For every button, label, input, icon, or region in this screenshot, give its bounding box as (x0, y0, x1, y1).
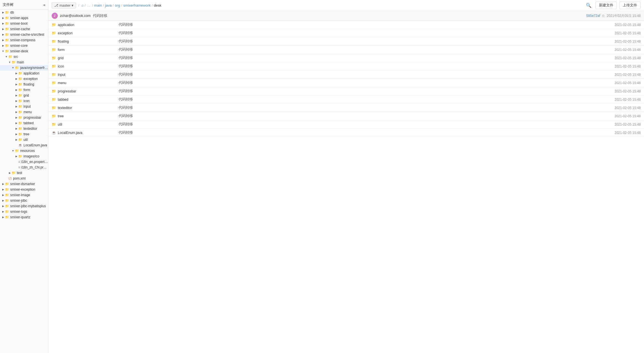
folder-icon: 📁 (5, 44, 9, 48)
tree-node-java-org-smixerframework[interactable]: ▼ 📁 java/org/smixerframework (0, 65, 48, 71)
tree-node-label: smixer-apps (10, 16, 28, 20)
tree-node-smixer-dsmarker[interactable]: ▶ 📁 smixer-dsmarker (0, 181, 48, 187)
breadcrumb-org[interactable]: org (115, 3, 120, 7)
tree-node-smixer-exception[interactable]: ▶ 📁 smixer-exception (0, 187, 48, 192)
tree-node-smixer-desk[interactable]: ▼ 📁 smixer-desk (0, 48, 48, 54)
tree-node-label: db (10, 11, 14, 14)
folder-icon: 📁 (18, 82, 22, 86)
file-row[interactable]: 📁 tabbed 代码转移 2021-02-05 15:48 (48, 95, 644, 104)
tree-node-input[interactable]: ▶ 📁 input (0, 104, 48, 109)
upload-file-button[interactable]: 上传文件 (619, 2, 641, 9)
tree-node-smixer-apps[interactable]: ▶ 📁 smixer-apps (0, 15, 48, 21)
file-row[interactable]: 📁 form 代码转移 2021-02-05 15:48 (48, 46, 644, 54)
breadcrumb: ⌂ / ... / main / java / org / smixerfram… (81, 3, 161, 7)
file-row[interactable]: 📁 grid 代码转移 2021-02-05 15:48 (48, 54, 644, 62)
tree-node-icon[interactable]: ▶ 📁 icon (0, 98, 48, 104)
tree-node-label: texteditor (23, 127, 37, 131)
folder-icon: 📁 (5, 210, 9, 214)
tree-arrow: ▶ (14, 116, 18, 119)
tree-node-pom-xml[interactable]: ⟨/⟩ pom.xml (0, 176, 48, 181)
tree-node-tree[interactable]: ▶ 📁 tree (0, 131, 48, 137)
tree-node-label: test (17, 171, 22, 175)
breadcrumb-smixerframework[interactable]: smixerframework (123, 3, 151, 7)
file-commit-msg: 代码转移 (119, 81, 614, 85)
tree-node-smixer-jdbc[interactable]: ▶ 📁 smixer-jdbc (0, 198, 48, 203)
tree-node-label: images/ico (23, 154, 39, 158)
tree-node-smixer-boot[interactable]: ▶ 📁 smixer-boot (0, 21, 48, 26)
tree-node-test[interactable]: ▶ 📁 test (0, 170, 48, 176)
tree-node-menu[interactable]: ▶ 📁 menu (0, 109, 48, 115)
tree-node-smixer-quartz[interactable]: ▶ 📁 smixer-quartz (0, 214, 48, 220)
tree-arrow: ▶ (1, 183, 5, 185)
folder-icon: 📁 (5, 199, 9, 203)
tree-node-db[interactable]: ▶ 📁 db (0, 10, 48, 15)
tree-node-resources[interactable]: ▼ 📁 resources (0, 148, 48, 154)
file-row[interactable]: 📁 menu 代码转移 2021-02-05 15:48 (48, 79, 644, 87)
home-icon[interactable]: ⌂ (81, 3, 83, 7)
commit-hash[interactable]: 585e72af (586, 14, 600, 18)
file-row[interactable]: ☕ LocalEnum.java 代码转移 2021-02-05 15:48 (48, 129, 644, 137)
tree-node-label: icon (23, 99, 30, 103)
tree-node-texteditor[interactable]: ▶ 📁 texteditor (0, 126, 48, 131)
tree-arrow: ▶ (1, 22, 5, 25)
file-row[interactable]: 📁 texteditor 代码转移 2021-02-05 15:48 (48, 104, 644, 112)
file-row[interactable]: 📁 floating 代码转移 2021-02-05 15:48 (48, 37, 644, 46)
tree-arrow: ▶ (1, 205, 5, 207)
tree-node-i18n_en[interactable]: ≡ i18n_en.properties (0, 159, 48, 165)
tree-node-smixer-logs[interactable]: ▶ 📁 smixer-logs (0, 209, 48, 214)
tree-node-tabbed[interactable]: ▶ 📁 tabbed (0, 120, 48, 126)
breadcrumb-java[interactable]: java (105, 3, 112, 7)
tree-arrow: ▶ (1, 11, 5, 14)
tree-node-application[interactable]: ▶ 📁 application (0, 71, 48, 76)
tree-node-smixer-cache-s-srctest[interactable]: ▶ 📁 smixer-cache-s/src/test (0, 32, 48, 37)
file-row[interactable]: 📁 exception 代码转移 2021-02-05 15:48 (48, 29, 644, 37)
folder-icon: 📁 (12, 171, 16, 175)
copy-hash-button[interactable]: ⎘ (602, 14, 604, 18)
tree-node-label: i18n_zh_CN.properties (21, 165, 48, 169)
tree-node-progressbar[interactable]: ▶ 📁 progressbar (0, 115, 48, 120)
tree-node-smixer-compress[interactable]: ▶ 📁 smixer-compress (0, 37, 48, 43)
branch-selector[interactable]: ⎇ master ▾ (52, 2, 76, 9)
tree-node-smixer-jdbc-mybatisplus[interactable]: ▶ 📁 smixer-jdbc-mybatisplus (0, 203, 48, 209)
tree-node-LocalEnum[interactable]: ☕ LocalEnum.java (0, 142, 48, 148)
file-row[interactable]: 📁 tree 代码转移 2021-02-05 15:48 (48, 112, 644, 120)
tree-node-smixer-core[interactable]: ▶ 📁 smixer-core (0, 43, 48, 48)
tree-node-smixer-cache[interactable]: ▶ 📁 smixer-cache (0, 26, 48, 32)
topbar-actions: 🔍 新建文件 上传文件 (584, 2, 641, 9)
tree-arrow: ▶ (1, 216, 5, 219)
breadcrumb-main[interactable]: main (94, 3, 102, 7)
tree-node-form[interactable]: ▶ 📁 form (0, 87, 48, 93)
tree-node-main[interactable]: ▼ 📁 main (0, 59, 48, 65)
tree-node-src[interactable]: ▼ 📁 src (0, 54, 48, 59)
file-folder-icon: 📁 (52, 31, 56, 35)
sidebar-collapse-btn[interactable]: « (43, 3, 45, 7)
file-folder-icon: 📁 (52, 89, 56, 93)
tree-node-label: smixer-core (10, 44, 28, 48)
tree-node-floating[interactable]: ▶ 📁 floating (0, 82, 48, 87)
tree-node-smixer-image[interactable]: ▶ 📁 smixer-image (0, 192, 48, 198)
file-row[interactable]: 📁 util 代码转移 2021-02-05 15:48 (48, 120, 644, 129)
tree-container: ▶ 📁 db ▶ 📁 smixer-apps ▶ 📁 smixer-boot ▶… (0, 10, 48, 220)
tree-node-exception[interactable]: ▶ 📁 exception (0, 76, 48, 82)
tree-node-util[interactable]: ▶ 📁 util (0, 137, 48, 142)
file-commit-msg: 代码转移 (119, 97, 614, 102)
file-row[interactable]: 📁 icon 代码转移 2021-02-05 15:48 (48, 62, 644, 71)
file-row[interactable]: 📁 application 代码转移 2021-02-05 15:48 (48, 21, 644, 29)
file-folder-icon: 📁 (52, 72, 56, 77)
commit-bar: Z zchar@outlook.com 代码转移 585e72af ⎘ 2021… (48, 11, 644, 21)
collapse-icon[interactable]: « (43, 3, 45, 7)
file-row[interactable]: 📁 progressbar 代码转移 2021-02-05 15:48 (48, 87, 644, 95)
new-file-button[interactable]: 新建文件 (595, 2, 617, 9)
tree-node-i18n_zh_CN[interactable]: ≡ i18n_zh_CN.properties (0, 165, 48, 170)
tree-node-images-ico[interactable]: ▶ 📁 images/ico (0, 154, 48, 159)
folder-icon: 📁 (5, 188, 9, 191)
sidebar-header: 文件树 « (0, 0, 48, 10)
branch-label: master (59, 3, 70, 7)
file-row[interactable]: 📁 input 代码转移 2021-02-05 15:48 (48, 71, 644, 79)
tree-node-grid[interactable]: ▶ 📁 grid (0, 93, 48, 98)
search-button[interactable]: 🔍 (584, 2, 593, 9)
folder-icon: 📁 (18, 110, 22, 114)
file-table: 📁 application 代码转移 2021-02-05 15:48 📁 ex… (48, 21, 644, 353)
tree-node-label: src (14, 55, 18, 59)
file-folder-icon: 📁 (52, 64, 56, 68)
